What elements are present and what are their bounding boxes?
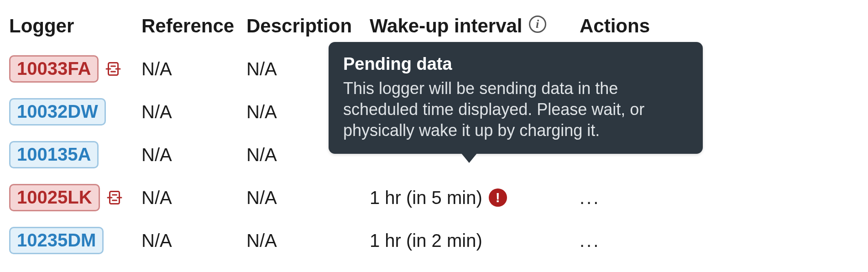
- logger-cell: 100135A: [9, 141, 137, 168]
- alert-icon[interactable]: [489, 188, 507, 207]
- logger-pill[interactable]: 10032DW: [9, 98, 106, 126]
- wakeup-cell: 1 hr (in 5 min): [370, 188, 575, 208]
- reference-cell: N/A: [141, 102, 242, 122]
- device-warning-icon: [105, 61, 121, 77]
- tooltip-title: Pending data: [343, 53, 688, 75]
- description-value: N/A: [246, 188, 277, 208]
- table-header: Logger Reference Description Wake-up int…: [9, 5, 859, 47]
- reference-value: N/A: [141, 102, 172, 122]
- reference-cell: N/A: [141, 59, 242, 79]
- reference-value: N/A: [141, 230, 172, 251]
- wakeup-value: 1 hr (in 2 min): [370, 230, 482, 251]
- wakeup-cell: 1 hr (in 2 min): [370, 230, 575, 251]
- table-row: 10235DMN/AN/A1 hr (in 2 min)...: [9, 219, 859, 262]
- logger-pill[interactable]: 10033FA: [9, 55, 99, 83]
- actions-cell: ...: [580, 230, 662, 251]
- info-icon[interactable]: i: [529, 16, 546, 33]
- col-logger-label: Logger: [9, 15, 74, 37]
- col-actions: Actions: [580, 15, 662, 37]
- actions-cell: ...: [580, 188, 662, 208]
- description-cell: N/A: [246, 230, 365, 251]
- logger-pill[interactable]: 10025LK: [9, 184, 100, 211]
- reference-cell: N/A: [141, 230, 242, 251]
- col-description: Description: [246, 15, 365, 37]
- table-row: 10025LK N/AN/A1 hr (in 5 min)...: [9, 176, 859, 219]
- reference-value: N/A: [141, 145, 172, 165]
- description-value: N/A: [246, 230, 277, 251]
- pending-data-tooltip: Pending data This logger will be sending…: [329, 42, 703, 154]
- reference-value: N/A: [141, 59, 172, 79]
- reference-cell: N/A: [141, 188, 242, 208]
- description-cell: N/A: [246, 188, 365, 208]
- logger-cell: 10033FA: [9, 55, 137, 83]
- actions-menu-button[interactable]: ...: [580, 230, 600, 251]
- wakeup-value: 1 hr (in 5 min): [370, 188, 482, 208]
- col-reference-label: Reference: [141, 15, 234, 37]
- tooltip-body: This logger will be sending data in the …: [343, 78, 688, 141]
- actions-menu-button[interactable]: ...: [580, 188, 600, 208]
- reference-cell: N/A: [141, 145, 242, 165]
- col-actions-label: Actions: [580, 15, 650, 37]
- logger-cell: 10235DM: [9, 227, 137, 254]
- logger-cell: 10032DW: [9, 98, 137, 126]
- logger-pill[interactable]: 100135A: [9, 141, 99, 168]
- logger-pill[interactable]: 10235DM: [9, 227, 104, 254]
- logger-cell: 10025LK: [9, 184, 137, 211]
- reference-value: N/A: [141, 188, 172, 208]
- device-warning-icon: [106, 189, 123, 206]
- description-value: N/A: [246, 145, 277, 165]
- description-value: N/A: [246, 102, 277, 122]
- col-logger: Logger: [9, 15, 137, 37]
- col-wakeup: Wake-up interval i: [370, 15, 575, 37]
- col-reference: Reference: [141, 15, 242, 37]
- col-wakeup-label: Wake-up interval: [370, 15, 523, 37]
- description-value: N/A: [246, 59, 277, 79]
- col-description-label: Description: [246, 15, 352, 37]
- tooltip-arrow: [461, 153, 477, 163]
